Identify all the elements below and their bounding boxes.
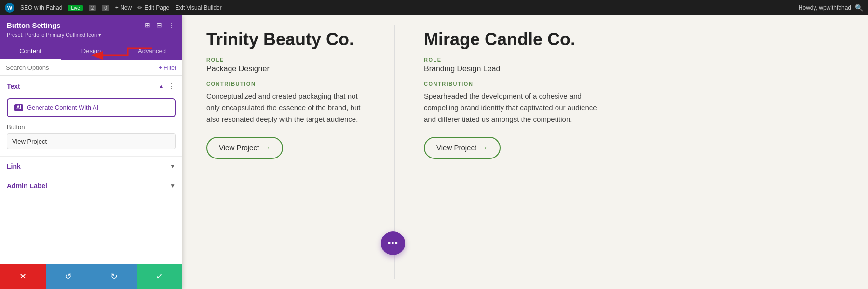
content-area: Trinity Beauty Co. ROLE Package Designer… xyxy=(182,15,868,289)
site-name[interactable]: SEO with Fahad xyxy=(20,4,62,11)
text-section: Text ▲ ⋮ AI Generate Content With AI xyxy=(0,76,182,123)
ai-generate-label: Generate Content With AI xyxy=(27,104,98,111)
admin-bar: W SEO with Fahad Live 2 0 + New ✏ Edit P… xyxy=(0,0,868,15)
link-section-chevron[interactable]: ▼ xyxy=(170,163,176,170)
floating-action-button[interactable]: ••• xyxy=(381,231,405,255)
view-project-label-1: View Project xyxy=(219,144,259,152)
card-1-role-value: Package Designer xyxy=(206,65,366,73)
portfolio-cards: Trinity Beauty Co. ROLE Package Designer… xyxy=(197,25,854,279)
arrow-icon-2: → xyxy=(480,144,488,152)
button-text-input[interactable] xyxy=(7,133,176,149)
card-1-view-project-button[interactable]: View Project → xyxy=(206,137,283,159)
link-section[interactable]: Link ▼ xyxy=(0,156,182,176)
text-section-controls: ▲ ⋮ xyxy=(158,81,176,91)
panel-content: Text ▲ ⋮ AI Generate Content With AI But… xyxy=(0,76,182,264)
card-2-role-label: ROLE xyxy=(424,57,607,63)
save-button[interactable]: ✓ xyxy=(137,264,183,289)
panel-search-bar: + Filter xyxy=(0,60,182,76)
portfolio-card-1: Trinity Beauty Co. ROLE Package Designer… xyxy=(197,25,375,279)
comments-count[interactable]: 2 xyxy=(89,5,96,11)
tab-content[interactable]: Content xyxy=(0,42,61,60)
filter-button[interactable]: + Filter xyxy=(159,65,176,71)
card-1-company: Trinity Beauty Co. xyxy=(206,30,366,49)
text-section-title: Text xyxy=(7,82,20,90)
live-badge: Live xyxy=(68,5,82,11)
panel-header: Button Settings ⊞ ⊟ ⋮ Preset: Portfolio … xyxy=(0,15,182,42)
button-field-label: Button xyxy=(7,123,176,131)
panel-title: Button Settings xyxy=(7,21,61,29)
new-button[interactable]: + New xyxy=(115,4,132,11)
undo-button[interactable]: ↺ xyxy=(46,264,92,289)
fab-icon: ••• xyxy=(388,238,398,249)
view-project-label-2: View Project xyxy=(436,144,476,152)
redo-button[interactable]: ↻ xyxy=(91,264,137,289)
card-2-company: Mirage Candle Co. xyxy=(424,30,607,49)
exit-visual-builder-link[interactable]: Exit Visual Builder xyxy=(175,4,222,11)
card-2-view-project-button[interactable]: View Project → xyxy=(424,137,501,159)
panel-header-icons: ⊞ ⊟ ⋮ xyxy=(144,20,176,30)
delete-button[interactable]: ✕ xyxy=(0,264,46,289)
arrow-icon-1: → xyxy=(263,144,271,152)
user-label: Howdy, wpwithfahad xyxy=(799,4,851,11)
text-section-header[interactable]: Text ▲ ⋮ xyxy=(0,76,182,96)
card-2-role-value: Branding Design Lead xyxy=(424,65,607,73)
ai-icon: AI xyxy=(14,104,23,111)
text-section-chevron[interactable]: ▲ xyxy=(158,83,164,90)
edit-page-link[interactable]: ✏ Edit Page xyxy=(137,4,169,11)
panel-icon-layout[interactable]: ⊟ xyxy=(155,20,163,30)
link-section-title: Link xyxy=(7,162,21,170)
admin-label-title: Admin Label xyxy=(7,182,47,190)
panel-preset[interactable]: Preset: Portfolio Primary Outlined Icon … xyxy=(7,32,176,38)
admin-bar-right: Howdy, wpwithfahad 🔍 xyxy=(799,4,863,12)
card-2-contribution-text: Spearheaded the development of a cohesiv… xyxy=(424,91,607,125)
search-icon[interactable]: 🔍 xyxy=(855,4,863,12)
admin-label-section[interactable]: Admin Label ▼ xyxy=(0,176,182,196)
main-area: Button Settings ⊞ ⊟ ⋮ Preset: Portfolio … xyxy=(0,15,868,289)
wp-logo[interactable]: W xyxy=(5,3,14,13)
card-1-contribution-label: CONTRIBUTION xyxy=(206,81,366,87)
new-count[interactable]: 0 xyxy=(102,5,109,11)
search-options-input[interactable] xyxy=(6,64,155,71)
ai-generate-button[interactable]: AI Generate Content With AI xyxy=(7,98,176,117)
button-section: Button xyxy=(0,123,182,156)
card-1-role-label: ROLE xyxy=(206,57,366,63)
panel-icon-responsive[interactable]: ⊞ xyxy=(144,20,151,30)
card-2-contribution-label: CONTRIBUTION xyxy=(424,81,607,87)
bottom-actions: ✕ ↺ ↻ ✓ xyxy=(0,264,182,289)
portfolio-card-2: Mirage Candle Co. ROLE Branding Design L… xyxy=(414,25,617,279)
panel-icon-more[interactable]: ⋮ xyxy=(167,20,176,30)
text-section-more[interactable]: ⋮ xyxy=(168,81,176,91)
red-arrow-indicator xyxy=(89,43,157,62)
sidebar-panel: Button Settings ⊞ ⊟ ⋮ Preset: Portfolio … xyxy=(0,15,182,289)
card-1-contribution-text: Conceptualized and created packaging tha… xyxy=(206,91,366,125)
admin-label-chevron[interactable]: ▼ xyxy=(170,183,176,189)
